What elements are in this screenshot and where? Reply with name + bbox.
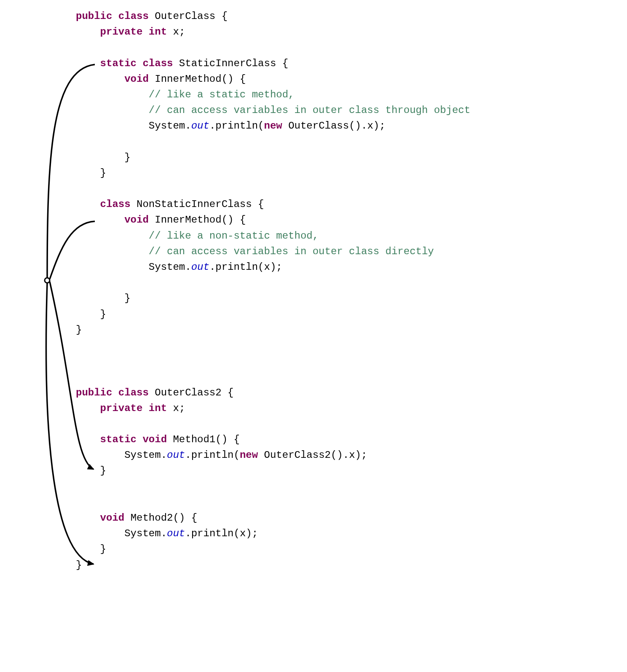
space — [149, 387, 155, 398]
keyword-new: new — [264, 120, 282, 132]
comment-static-1: // like a static method, — [149, 89, 295, 100]
keyword-private: private — [100, 26, 143, 38]
var-x: x — [240, 528, 246, 539]
keyword-void: void — [142, 434, 167, 445]
text: () { — [222, 214, 246, 226]
keyword-public: public — [76, 387, 112, 398]
var-x: x — [367, 120, 373, 132]
hub-circle-icon — [45, 278, 50, 283]
text: { — [252, 199, 264, 210]
text: ( — [234, 449, 240, 461]
keyword-class: class — [118, 387, 149, 398]
dot: . — [161, 449, 167, 461]
id-system: System — [149, 120, 185, 132]
space — [149, 214, 155, 226]
text: (). — [349, 120, 367, 132]
class-name-nonstatic-inner: NonStaticInnerClass — [137, 199, 252, 210]
text: ( — [258, 120, 264, 132]
keyword-int: int — [149, 26, 167, 38]
keyword-static: static — [100, 58, 137, 69]
comment-static-2: // can access variables in outer class t… — [149, 105, 470, 116]
keyword-void: void — [124, 73, 149, 85]
id-out: out — [167, 449, 185, 461]
space — [282, 120, 288, 132]
dot: . — [209, 120, 215, 132]
space — [112, 11, 118, 22]
indent — [76, 58, 100, 69]
space — [131, 199, 137, 210]
indent — [76, 512, 100, 524]
id-system: System — [124, 449, 161, 461]
indent — [76, 449, 124, 461]
indent — [76, 199, 100, 210]
diagram-container: public class OuterClass { private int x;… — [0, 0, 627, 672]
text: ( — [234, 528, 240, 539]
text: (). — [331, 449, 349, 461]
method-name-m2: Method2 — [131, 512, 173, 524]
space — [112, 387, 118, 398]
keyword-void: void — [124, 214, 149, 226]
text: ( — [258, 261, 264, 273]
keyword-static: static — [100, 434, 137, 445]
class-name-outer2: OuterClass2 — [264, 449, 331, 461]
comment-nonstatic-2: // can access variables in outer class d… — [149, 246, 434, 257]
keyword-class: class — [142, 58, 173, 69]
indent: } — [76, 152, 131, 163]
id-println: println — [215, 261, 258, 273]
indent — [76, 89, 149, 100]
keyword-private: private — [100, 403, 143, 414]
space — [173, 58, 179, 69]
text: } — [76, 324, 82, 336]
method-name-inner: InnerMethod — [155, 73, 221, 85]
indent — [76, 434, 100, 445]
id-out: out — [191, 261, 209, 273]
space — [167, 26, 173, 38]
var-x: x — [264, 261, 270, 273]
var-x: x — [349, 449, 355, 461]
code-block: public class OuterClass { private int x;… — [76, 8, 470, 573]
indent: } — [76, 293, 131, 304]
indent: } — [76, 309, 106, 320]
space — [137, 434, 142, 445]
dot: . — [161, 528, 167, 539]
indent — [76, 261, 149, 273]
id-out: out — [167, 528, 185, 539]
text: ); — [355, 449, 367, 461]
text: ); — [373, 120, 386, 132]
id-system: System — [124, 528, 161, 539]
text: } — [76, 559, 82, 571]
class-name-static-inner: StaticInnerClass — [179, 58, 276, 69]
text: () { — [215, 434, 240, 445]
text: { — [222, 387, 234, 398]
indent — [76, 246, 149, 257]
id-println: println — [215, 120, 258, 132]
space — [142, 26, 148, 38]
dot: . — [185, 528, 191, 539]
indent — [76, 403, 100, 414]
method-name-m1: Method1 — [173, 434, 215, 445]
keyword-void: void — [100, 512, 125, 524]
indent — [76, 26, 100, 38]
text: { — [276, 58, 288, 69]
dot: . — [185, 449, 191, 461]
text: () { — [222, 73, 246, 85]
indent: } — [76, 167, 106, 179]
keyword-class: class — [118, 11, 149, 22]
id-println: println — [191, 528, 234, 539]
id-println: println — [191, 449, 234, 461]
indent: } — [76, 465, 106, 476]
indent — [76, 73, 124, 85]
space — [124, 512, 130, 524]
indent — [76, 105, 149, 116]
text: () { — [173, 512, 197, 524]
id-out: out — [191, 120, 209, 132]
keyword-public: public — [76, 11, 112, 22]
dot: . — [185, 261, 191, 273]
keyword-new: new — [240, 449, 258, 461]
text: { — [215, 11, 228, 22]
indent: } — [76, 543, 106, 555]
space — [137, 58, 142, 69]
space — [167, 403, 173, 414]
space — [258, 449, 264, 461]
space — [149, 73, 155, 85]
